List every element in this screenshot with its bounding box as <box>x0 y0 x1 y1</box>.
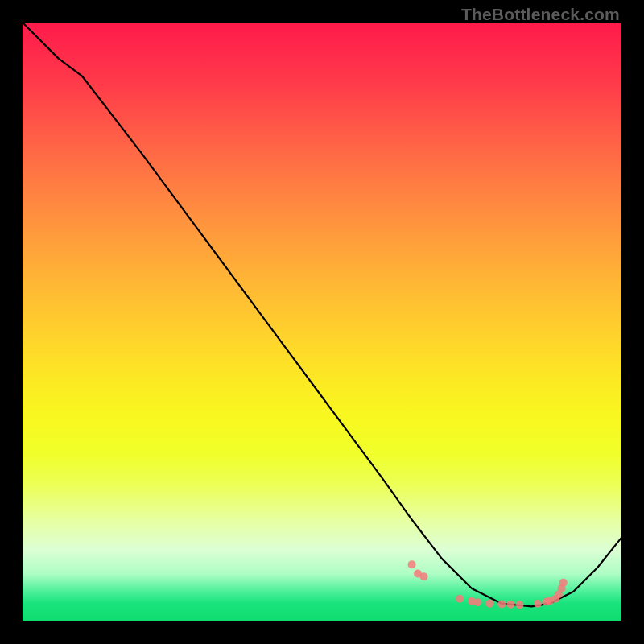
chart-svg <box>23 23 621 621</box>
watermark-text: TheBottleneck.com <box>461 5 620 24</box>
plot-area <box>23 23 621 621</box>
scatter-point <box>473 598 481 606</box>
scatter-point <box>506 601 514 609</box>
scatter-point <box>534 600 542 608</box>
scatter-point <box>408 560 416 568</box>
scatter-point <box>485 600 493 608</box>
scatter-point <box>559 579 568 587</box>
scatter-point <box>419 572 427 580</box>
scatter-markers <box>408 560 568 609</box>
bottleneck-curve <box>23 23 621 606</box>
scatter-point <box>516 601 524 609</box>
scatter-point <box>456 595 464 603</box>
scatter-point <box>497 600 506 608</box>
chart-frame: TheBottleneck.com <box>0 0 644 644</box>
